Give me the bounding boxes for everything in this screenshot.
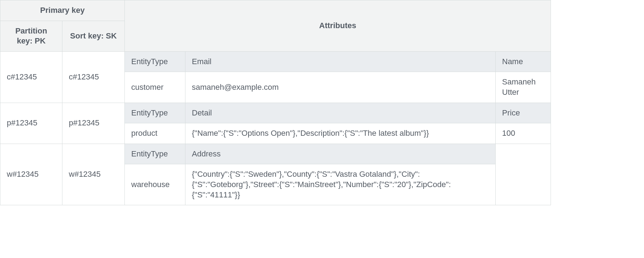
pk-value: w#12345 [0,144,62,205]
attr-value-name: Samaneh Utter [496,72,551,103]
attr-header-name: Name [496,52,551,72]
attr-header-price: Price [496,103,551,124]
attr-header-address: Address [185,144,496,165]
header-sort-key: Sort key: SK [62,21,125,52]
empty-cell [496,144,551,205]
pk-value: c#12345 [0,52,62,103]
attr-header-entitytype: EntityType [125,52,185,72]
attr-header-detail: Detail [185,103,496,124]
sk-value: p#12345 [62,103,125,144]
pk-value: p#12345 [0,103,62,144]
attr-header-entitytype: EntityType [125,144,185,165]
attr-header-entitytype: EntityType [125,103,185,124]
attr-value-email: samaneh@example.com [185,72,496,103]
attr-value-price: 100 [496,123,551,144]
attr-value-entitytype: warehouse [125,164,185,205]
attr-header-email: Email [185,52,496,72]
sk-value: c#12345 [62,52,125,103]
header-attributes: Attributes [125,0,551,52]
attr-value-address: {"Country":{"S":"Sweden"},"County":{"S":… [185,164,496,205]
attr-value-detail: {"Name":{"S":"Options Open"},"Descriptio… [185,123,496,144]
header-primary-key: Primary key [0,0,125,21]
attr-value-entitytype: product [125,123,185,144]
attr-value-entitytype: customer [125,72,185,103]
dynamodb-table: Primary key Attributes Partition key: PK… [0,0,551,205]
sk-value: w#12345 [62,144,125,205]
header-partition-key: Partition key: PK [0,21,62,52]
